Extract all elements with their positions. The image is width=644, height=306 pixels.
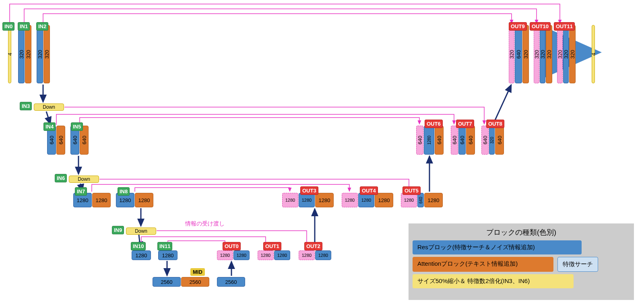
val: 4 xyxy=(590,53,597,56)
out6-label: OUT6 xyxy=(425,120,443,128)
in1-res: 320 xyxy=(18,25,25,83)
val: 320 xyxy=(546,50,552,59)
out3-attn: 1280 xyxy=(315,193,334,207)
in0-label: IN0 xyxy=(2,22,14,31)
final-block: 4 xyxy=(592,25,595,83)
out5-label: OUT5 xyxy=(402,186,421,195)
out2-skip: 1280 xyxy=(299,250,315,260)
in7-attn: 1280 xyxy=(92,193,111,207)
val: 640 xyxy=(468,136,474,145)
in2-attn: 320 xyxy=(43,25,50,83)
out7-attn: 640 xyxy=(466,126,475,155)
out8-res: 320 xyxy=(489,126,495,155)
out10-attn: 320 xyxy=(546,25,552,83)
out10-label: OUT10 xyxy=(530,22,551,31)
val: 640 xyxy=(452,136,458,145)
out7-skip: 640 xyxy=(451,126,458,155)
out2-label: OUT2 xyxy=(304,242,322,250)
val: 640 xyxy=(459,136,465,145)
out11-attn: 320 xyxy=(569,25,576,83)
out6-skip: 640 xyxy=(416,126,423,155)
out9-attn: 320 xyxy=(522,25,529,83)
in6-down: Down xyxy=(69,176,99,183)
out7-label: OUT7 xyxy=(456,120,474,128)
out0-label: OUT0 xyxy=(223,242,241,250)
in9-label: IN9 xyxy=(112,226,124,234)
out1-label: OUT1 xyxy=(263,242,281,250)
val: 1280 xyxy=(427,136,431,145)
in10-label: IN10 xyxy=(131,242,146,250)
val: 640 xyxy=(516,50,522,59)
in0-block: 4 xyxy=(8,25,11,83)
out4-label: OUT4 xyxy=(360,186,378,195)
out3-res: 1280 xyxy=(299,193,315,207)
val: 640 xyxy=(417,136,423,145)
out6-attn: 640 xyxy=(435,126,444,155)
out1-skip: 1280 xyxy=(258,250,274,260)
val: 640 xyxy=(497,136,503,145)
val: 4 xyxy=(7,53,13,56)
out4-attn: 1280 xyxy=(375,193,393,207)
in10-res: 1280 xyxy=(132,250,151,260)
mid-attn: 2560 xyxy=(181,277,209,287)
legend-down: サイズ50%縮小＆ 特徴数2倍化(IN3、IN6) xyxy=(413,274,574,288)
mid-label: MID xyxy=(190,268,205,276)
val: 320 xyxy=(19,50,25,59)
val: 320 xyxy=(534,50,540,59)
val: 640 xyxy=(58,136,64,145)
in3-down: Down xyxy=(34,103,64,111)
in3-label: IN3 xyxy=(20,102,32,110)
out2-res: 1280 xyxy=(315,250,331,260)
in4-label: IN4 xyxy=(43,122,56,131)
in11-label: IN11 xyxy=(157,242,172,250)
legend-attn: Attentionブロック(テキスト情報追加) xyxy=(413,257,553,272)
val: 640 xyxy=(436,136,442,145)
out3-label: OUT3 xyxy=(300,186,318,195)
out11-skip: 320 xyxy=(557,25,563,83)
out7-res: 640 xyxy=(458,126,466,155)
val: 320 xyxy=(490,137,494,144)
in1-label: IN1 xyxy=(18,22,30,31)
val: 320 xyxy=(25,50,31,59)
in4-attn: 640 xyxy=(56,126,65,155)
out3-skip: 1280 xyxy=(282,193,298,207)
in2-label: IN2 xyxy=(36,22,48,31)
val: 320 xyxy=(540,50,546,59)
in2-res: 320 xyxy=(37,25,43,83)
out5-skip: 1280 xyxy=(401,193,417,207)
out9-label: OUT9 xyxy=(509,22,527,31)
out10-res: 320 xyxy=(540,25,545,83)
out10-skip: 320 xyxy=(534,25,539,83)
skip-text: 情報の受け渡し xyxy=(185,220,225,227)
out0-res: 1280 xyxy=(233,250,250,260)
in7-label: IN7 xyxy=(75,187,87,196)
val: 320 xyxy=(44,50,50,59)
out6-res: 1280 xyxy=(424,126,434,155)
val: 320 xyxy=(37,50,43,59)
legend-box: ブロックの種類(色別) Resブロック(特徴サーチ＆ノイズ情報追加) Atten… xyxy=(409,223,634,300)
mid-res2: 2560 xyxy=(217,277,245,287)
out4-res: 1280 xyxy=(358,193,374,207)
val: 640 xyxy=(81,136,87,145)
val: 320 xyxy=(557,50,563,59)
out11-res: 320 xyxy=(563,25,569,83)
val: 640 xyxy=(482,136,488,145)
val: 320 xyxy=(523,50,529,59)
in5-label: IN5 xyxy=(71,122,83,131)
val: 320 xyxy=(563,50,569,59)
val: 640 xyxy=(72,136,78,145)
in8-attn: 1280 xyxy=(135,193,153,207)
out5-res: 640 xyxy=(417,193,424,207)
mid-res1: 2560 xyxy=(153,277,181,287)
out0-skip: 1280 xyxy=(217,250,233,260)
val: 320 xyxy=(509,50,515,59)
out1-res: 1280 xyxy=(274,250,290,260)
legend-res: Resブロック(特徴サーチ＆ノイズ情報追加) xyxy=(413,240,582,254)
legend-search: 特徴サーチ xyxy=(557,257,598,272)
out8-attn: 640 xyxy=(495,126,504,155)
out11-label: OUT11 xyxy=(554,22,575,31)
out5-attn: 1280 xyxy=(424,193,443,207)
out9-skip: 320 xyxy=(509,25,514,83)
in6-label: IN6 xyxy=(55,174,67,182)
out8-skip: 640 xyxy=(481,126,489,155)
